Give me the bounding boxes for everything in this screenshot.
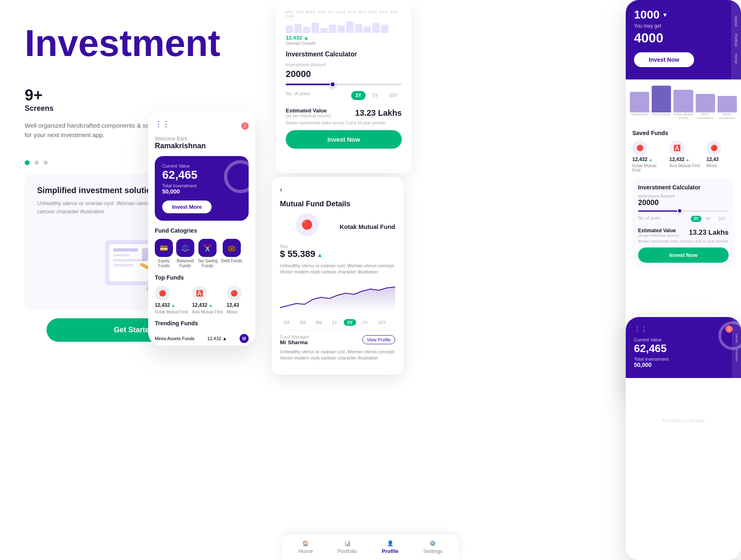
bar-9 (355, 24, 362, 33)
slider-thumb[interactable] (330, 82, 336, 87)
year-3y[interactable]: 3Y (351, 91, 366, 100)
cat-equity[interactable]: 💳 EquityFunds (155, 239, 173, 268)
fund-kotak[interactable]: 🔴 12,432 ▲ Kotak Mutual Find (155, 286, 188, 314)
rp-nav-saved[interactable]: Saved (734, 16, 738, 27)
fund-mirea[interactable]: 🔴 12,43 Mirea (227, 286, 242, 314)
sparkline-chart (286, 21, 402, 33)
cat-tax[interactable]: ✂️ Tax SavingFunds (198, 239, 218, 268)
invest-now-button[interactable]: Invest Now (286, 130, 402, 149)
portfolio-label: Portfolio (338, 548, 357, 554)
fm-label: Fund Manager (280, 334, 310, 339)
overall-growth-value: 12.432 ▲ (286, 35, 402, 41)
rp-slider[interactable] (638, 210, 729, 212)
rp-invest-now-button[interactable]: Invest Now (634, 52, 694, 67)
rp-may-get-label: You may get (634, 23, 733, 29)
mf-detail-panel: ‹ Mutual Fund Details 🔴 Kotak Mutual Fun… (272, 177, 403, 375)
view-profile-button[interactable]: View Profile (362, 335, 395, 344)
bar-label-mireo: Mireo Investment (718, 112, 737, 120)
bar-label-hdfc: HDFC Investment (696, 112, 715, 120)
year-10y[interactable]: 10Y (385, 91, 402, 100)
dot-2[interactable] (35, 161, 39, 165)
year-5y[interactable]: 5Y (368, 91, 382, 100)
stat-label: Screens (25, 104, 54, 113)
rp-year-10y[interactable]: 10Y (715, 216, 729, 222)
rp-year-3y[interactable]: 3Y (691, 216, 701, 222)
rp-year-opts: 3Y 5Y 10Y (691, 216, 729, 222)
nav-settings-item[interactable]: ⚙️ Settings (423, 540, 443, 554)
tax-icon: ✂️ (198, 239, 217, 257)
bar-3 (303, 27, 310, 33)
bar-8 (346, 21, 354, 33)
bottom-right-phone: ⋮⋮ 3 Current Value 62,465 Total Inverstm… (626, 317, 741, 560)
back-arrow[interactable]: ‹ (280, 185, 395, 194)
rp-may-get-value: 4000 (634, 30, 733, 46)
nav-profile-item[interactable]: 👤 Profile (382, 540, 398, 554)
chart-months: Mar Apr May Jun Jul Aug Sep Oct Nov Dec … (286, 10, 402, 18)
rp-invest-now-btn[interactable]: Invest Now (638, 247, 729, 263)
dot-1[interactable] (25, 160, 30, 165)
sf-axis[interactable]: 🅰️ 12,432 ▲ Axis Mutual Find (669, 140, 702, 173)
tab-10y[interactable]: 10Y (375, 319, 389, 326)
welcome-text: Welcome Back (155, 136, 249, 142)
inv-amount-label: Inverstment Amount (286, 62, 402, 67)
trending-mirea-logo: M (240, 334, 249, 343)
invest-more-button[interactable]: Invest More (162, 201, 212, 213)
sf-kotak-name: Kotak Mutual Find (632, 163, 665, 173)
rp-content: Saved Funds 🔴 12,432 ▲ Kotak Mutual Find… (626, 124, 741, 280)
rp-calculator: Inverstment Calculator Inverstment Amoun… (632, 178, 734, 268)
rp-est-sub: (as per historical returns) (638, 233, 679, 238)
trending-mirea[interactable]: Mirea Assets Funds 12,432 ▲ M (155, 331, 249, 346)
bar-6 (329, 25, 336, 33)
rp-nav-portfolio[interactable]: Portfolio (734, 33, 738, 47)
rp-dropdown-icon[interactable]: ▼ (662, 12, 668, 18)
bar-hdfc (696, 94, 715, 112)
brp-ti-label: Total Inverstment (634, 357, 733, 362)
bar-11 (372, 23, 380, 33)
brp-content: Fund list scroll area (626, 378, 741, 464)
rp-bar-labels: Aditya Birla Axis Mutual Kotak Mutual Fu… (626, 112, 741, 124)
calculator-section: Mar Apr May Jun Jul Aug Sep Oct Nov Dec … (276, 0, 412, 173)
tab-1m[interactable]: 1M (280, 319, 293, 326)
fm-description: Unhealthy uterus or ovarian cyst .Woman … (280, 349, 395, 362)
saved-funds-title: Saved Funds (632, 130, 734, 136)
brp-nav-portfolio[interactable]: Portfolio (735, 350, 739, 362)
equity-label: EquityFunds (158, 259, 170, 268)
amount-slider[interactable] (286, 84, 402, 85)
sf-mirea[interactable]: 🔴 12,43 Mirea (706, 140, 734, 173)
brp-side-nav: Saved Portfolio (732, 317, 741, 378)
brp-nav-saved[interactable]: Saved (735, 334, 739, 343)
sf-mirea-name: Mirea (706, 163, 717, 168)
bar-axis (652, 86, 671, 112)
notif-badge[interactable]: 3 (241, 122, 249, 130)
top-funds-title: Top Funds (155, 274, 249, 281)
cat-debt[interactable]: 💼 Debt Funds (221, 239, 242, 268)
saved-funds-list: 🔴 12,432 ▲ Kotak Mutual Find 🅰️ 12,432 ▲… (632, 140, 734, 173)
cat-balanced[interactable]: ⚖️ BalancedFunds (176, 239, 194, 268)
stat-number: 9+ (25, 86, 54, 104)
svg-rect-5 (113, 264, 134, 266)
axis-name: Axis Mutual Find (192, 310, 223, 314)
rp-amount: 1000 (634, 8, 659, 21)
tab-3m[interactable]: 3M (296, 319, 309, 326)
dot-3[interactable] (44, 161, 48, 165)
sf-kotak[interactable]: 🔴 12,432 ▲ Kotak Mutual Find (632, 140, 665, 173)
tab-9m[interactable]: 9M (312, 319, 325, 326)
mf-title: Mutual Fund Details (280, 200, 395, 208)
tab-3y[interactable]: 3Y (344, 319, 356, 326)
axis-value: 12,432 ▲ (192, 302, 213, 308)
rp-slider-thumb[interactable] (677, 208, 682, 213)
bar-2 (294, 24, 302, 33)
calc-chart-header: Mar Apr May Jun Jul Aug Sep Oct Nov Dec … (286, 10, 402, 18)
tab-1y[interactable]: 1Y (329, 319, 340, 326)
tab-5y[interactable]: 5Y (359, 319, 371, 326)
balanced-label: BalancedFunds (177, 259, 194, 268)
estimated-row: Estimated Value (as per historical retur… (286, 107, 402, 118)
rp-nav-home[interactable]: Home (734, 54, 738, 63)
nav-home-item[interactable]: 🏠 Home (298, 540, 313, 554)
fund-axis[interactable]: 🅰️ 12,432 ▲ Axis Mutual Find (192, 286, 223, 314)
rp-year-5y[interactable]: 5Y (703, 216, 714, 222)
nav-portfolio-item[interactable]: 📊 Portfolio (338, 540, 357, 554)
username: Ramakrishnan (155, 142, 249, 150)
sf-kotak-icon: 🔴 (632, 140, 647, 155)
ti-label: Total Inverstment (162, 183, 241, 188)
